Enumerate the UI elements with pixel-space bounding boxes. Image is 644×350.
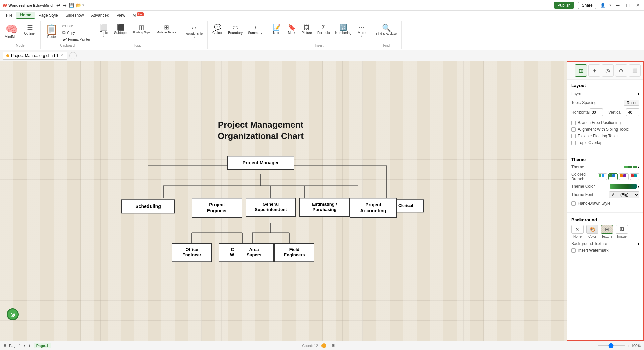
node-project-engineer[interactable]: ProjectEngineer	[192, 198, 242, 218]
colored-branch-opt-3[interactable]	[619, 173, 629, 180]
outliner-btn[interactable]: ☰ Outliner	[22, 23, 38, 37]
topic-btn[interactable]: ⬜ Topic ▾	[97, 23, 111, 39]
node-project-manager[interactable]: Project Manager	[227, 156, 294, 170]
panel-expand-btn[interactable]: ⬜	[629, 64, 641, 77]
node-general-superintendent[interactable]: GeneralSuperintendent	[246, 198, 296, 217]
theme-color-dropdown[interactable]: ▾	[638, 185, 639, 188]
watermark-checkbox[interactable]	[571, 248, 576, 253]
bg-texture-btn[interactable]: ⊞ Texture	[601, 225, 613, 238]
count-label: Count: 12	[302, 344, 318, 348]
menu-file[interactable]: File	[3, 12, 16, 19]
hand-drawn-checkbox[interactable]	[571, 201, 576, 206]
zoom-slider[interactable]	[598, 345, 625, 346]
texture-dropdown-arrow[interactable]: ▾	[638, 242, 639, 246]
zoom-in-btn[interactable]: +	[627, 344, 629, 348]
floating-topic-btn[interactable]: ◫ Floating Topic	[130, 23, 153, 36]
alignment-sibling-checkbox[interactable]	[571, 127, 576, 132]
layout-view-icon[interactable]: ⊞	[332, 343, 335, 348]
topic-overlap-checkbox[interactable]	[571, 141, 576, 145]
node-scheduling[interactable]: Scheduling	[121, 199, 175, 213]
menu-slideshow[interactable]: Slideshow	[62, 12, 87, 19]
flexible-floating-checkbox[interactable]	[571, 134, 576, 138]
mark-btn[interactable]: 🔖 Mark	[285, 23, 298, 36]
summary-icon: ⟩	[254, 24, 256, 30]
find-replace-btn[interactable]: 🔍 Find & Replace	[374, 23, 399, 37]
reset-btn[interactable]: Reset	[624, 100, 639, 106]
panel-tab-settings[interactable]: ⚙	[615, 64, 627, 77]
subtopic-icon: ⬛	[117, 24, 124, 30]
page-dropdown-arrow[interactable]: ▾	[24, 344, 25, 347]
colored-branch-opt-4[interactable]	[630, 173, 639, 180]
formula-btn[interactable]: Σ Formula	[315, 23, 332, 36]
publish-button[interactable]: Publish	[554, 2, 574, 9]
copy-btn[interactable]: ⧉ Copy	[61, 30, 91, 36]
add-tab-btn[interactable]: +	[69, 52, 77, 59]
fullscreen-icon[interactable]: ⛶	[339, 344, 342, 348]
chart-title: Project Management Organizational Chart	[115, 119, 407, 142]
ribbon-insert-items: 📝 Note 🔖 Mark 🖼 Picture Σ Formula 🔢 Numb…	[270, 23, 369, 42]
more-btn[interactable]: ⋯ More ▾	[355, 23, 368, 39]
format-painter-btn[interactable]: 🖌 Format Painter	[61, 36, 91, 42]
chevron-down-icon[interactable]: ▾	[609, 3, 611, 7]
mindmap-btn[interactable]: 🧠 MindMap	[3, 23, 20, 40]
node-field-engineers[interactable]: FieldEngineers	[274, 243, 314, 262]
copy-icon: ⧉	[62, 30, 66, 35]
main-area: Project Management Organizational Chart	[0, 61, 644, 341]
theme-dropdown-arrow[interactable]: ▾	[638, 165, 639, 169]
menu-advanced[interactable]: Advanced	[88, 12, 112, 19]
panel-background-section: Background ✕ None 🎨 Color ⊞ Texture 🖼 Im…	[567, 214, 643, 258]
background-texture-row: Background Texture ▾	[571, 241, 639, 246]
bg-image-btn[interactable]: 🖼 Image	[616, 225, 628, 238]
theme-color-bar[interactable]	[610, 184, 637, 189]
panel-tab-location[interactable]: ◎	[602, 64, 614, 77]
note-btn[interactable]: 📝 Note	[270, 23, 284, 36]
node-office-engineer[interactable]: OfficeEngineer	[172, 243, 212, 262]
menu-home[interactable]: Home	[16, 12, 34, 19]
maximize-btn[interactable]: □	[627, 3, 629, 8]
document-tab[interactable]: Project Mana... org chart 1 ✕	[3, 52, 67, 60]
theme-font-select[interactable]: Arial (Big)	[609, 191, 639, 198]
colored-branch-opt-2[interactable]	[608, 173, 618, 180]
green-circle-btn[interactable]: ◎	[7, 308, 19, 320]
layout-dropdown-arrow[interactable]: ▾	[638, 92, 639, 96]
account-icon[interactable]: 👤	[600, 3, 605, 8]
summary-btn[interactable]: ⟩ Summary	[246, 23, 264, 36]
horizontal-input[interactable]	[590, 108, 603, 116]
bg-color-icon: 🎨	[586, 225, 598, 234]
branch-free-positioning-checkbox[interactable]	[571, 121, 576, 125]
callout-btn[interactable]: 💬 Callout	[210, 23, 225, 36]
picture-btn[interactable]: 🖼 Picture	[300, 23, 314, 36]
node-estimating-purchasing[interactable]: Estimating /Purchasing	[299, 198, 350, 217]
boundary-btn[interactable]: ⬭ Boundary	[226, 23, 245, 36]
multiple-topics-btn[interactable]: ⊞ Multiple Topics	[155, 23, 178, 36]
menu-view[interactable]: View	[113, 12, 129, 19]
node-area-supers[interactable]: AreaSupers	[234, 243, 274, 262]
canvas[interactable]: Project Management Organizational Chart	[0, 61, 567, 341]
subtopic-btn[interactable]: ⬛ Subtopic	[112, 23, 129, 36]
share-button[interactable]: Share	[578, 2, 596, 9]
open-icon[interactable]: 📂	[76, 3, 81, 8]
node-project-accounting[interactable]: ProjectAccounting	[350, 198, 397, 218]
menu-ai[interactable]: AIHot	[129, 12, 147, 19]
add-page-btn[interactable]: +	[28, 343, 31, 348]
numbering-btn[interactable]: 🔢 Numbering	[333, 23, 354, 36]
minimize-btn[interactable]: ─	[616, 3, 620, 8]
colored-branch-opt-1[interactable]	[598, 173, 607, 180]
close-btn[interactable]: ✕	[636, 3, 640, 8]
menu-page-style[interactable]: Page Style	[35, 12, 61, 19]
bg-color-btn[interactable]: 🎨 Color	[586, 225, 598, 238]
panel-tab-layout[interactable]: ⊞	[575, 64, 587, 77]
outliner-icon: ☰	[27, 24, 33, 31]
cut-btn[interactable]: ✂ Cut	[61, 23, 91, 29]
redo-btn[interactable]: ↪	[62, 3, 67, 8]
save-icon[interactable]: 💾	[69, 3, 74, 8]
zoom-out-btn[interactable]: ─	[594, 344, 596, 348]
relationship-btn[interactable]: ↔ Relationship ▾	[184, 23, 205, 40]
vertical-input[interactable]	[626, 108, 639, 116]
undo-btn[interactable]: ↩	[56, 3, 60, 8]
paste-btn[interactable]: 📋 Paste	[43, 23, 60, 40]
tab-close-icon[interactable]: ✕	[60, 53, 63, 58]
view-mode-icon[interactable]: ⊞	[3, 343, 6, 348]
panel-tab-style[interactable]: ✦	[588, 64, 600, 77]
bg-none-btn[interactable]: ✕ None	[571, 225, 584, 238]
